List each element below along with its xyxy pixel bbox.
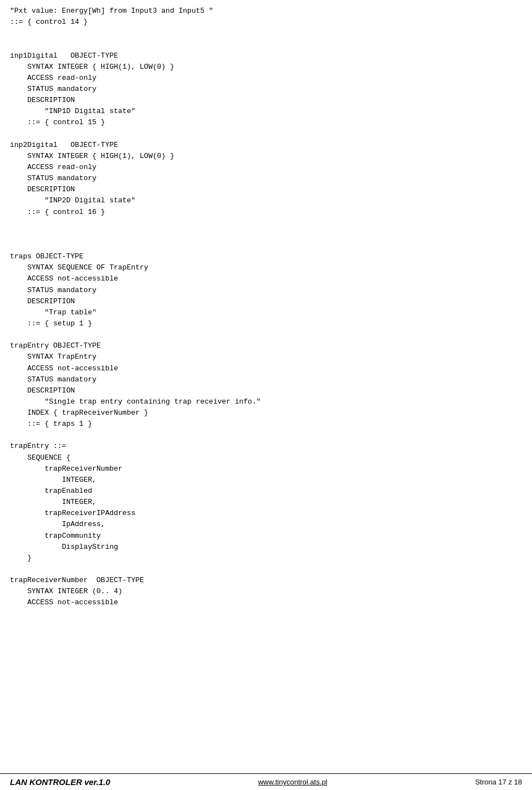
footer-url: www.tinycontrol.ats.pl [258,778,328,786]
code-text: "Pxt value: Energy[Wh] from Input3 and I… [10,6,522,609]
page-content: "Pxt value: Energy[Wh] from Input3 and I… [0,0,532,653]
page-footer: LAN KONTROLER ver.1.0 www.tinycontrol.at… [0,773,532,790]
footer-title: LAN KONTROLER ver.1.0 [10,777,110,787]
footer-page: Strona 17 z 18 [475,778,522,786]
